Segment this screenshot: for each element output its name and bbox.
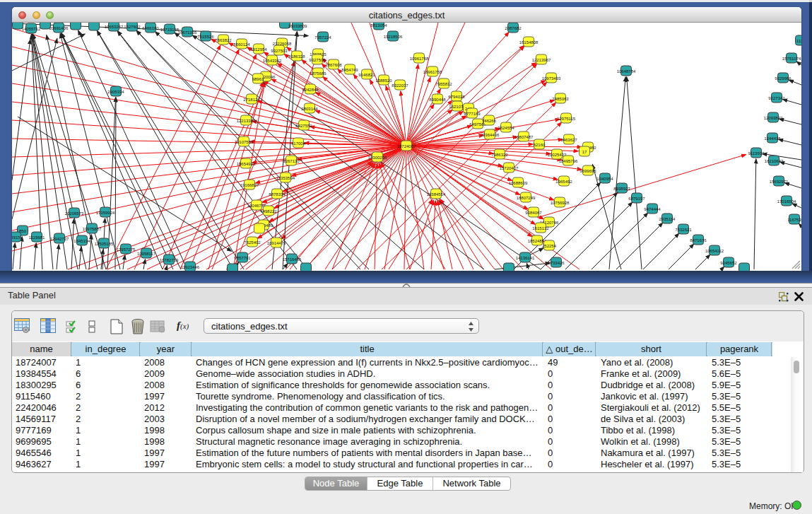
svg-text:1244415: 1244415: [764, 136, 781, 141]
svg-text:19654923: 19654923: [237, 162, 256, 166]
svg-text:16033809: 16033809: [288, 24, 307, 28]
svg-text:8990448: 8990448: [429, 98, 446, 102]
svg-text:8427552: 8427552: [295, 124, 312, 128]
svg-text:10653267: 10653267: [105, 25, 124, 29]
svg-text:17016504: 17016504: [777, 199, 796, 204]
svg-text:1115681: 1115681: [29, 235, 45, 240]
svg-text:2935114: 2935114: [659, 217, 676, 221]
svg-text:8912954: 8912954: [250, 47, 267, 52]
svg-text:18495796: 18495796: [559, 159, 578, 163]
svg-text:14136141: 14136141: [516, 256, 535, 260]
svg-text:7955812: 7955812: [435, 82, 452, 86]
svg-text:16671355: 16671355: [178, 30, 197, 35]
svg-text:7986322: 7986322: [491, 153, 508, 157]
svg-text:2803144: 2803144: [301, 107, 318, 111]
svg-text:19166827: 19166827: [240, 183, 259, 187]
svg-text:8938923: 8938923: [613, 187, 630, 191]
svg-text:3267130: 3267130: [283, 159, 300, 163]
svg-text:8322037: 8322037: [392, 83, 408, 88]
svg-text:417004: 417004: [291, 141, 306, 146]
svg-text:62160: 62160: [534, 143, 546, 147]
svg-text:1645194: 1645194: [73, 239, 90, 243]
svg-text:7515526: 7515526: [197, 35, 214, 39]
svg-text:6794028: 6794028: [448, 95, 465, 99]
svg-text:2867608: 2867608: [325, 63, 342, 67]
svg-text:3875685: 3875685: [310, 71, 326, 76]
svg-text:746266: 746266: [482, 119, 497, 123]
svg-text:9329966: 9329966: [775, 76, 792, 81]
svg-text:9327503: 9327503: [271, 49, 288, 53]
svg-text:9245652: 9245652: [720, 261, 737, 265]
svg-text:7632621: 7632621: [675, 228, 692, 232]
svg-text:9146821: 9146821: [358, 73, 375, 77]
svg-text:9699695: 9699695: [579, 169, 596, 173]
svg-text:2718126: 2718126: [243, 98, 260, 102]
svg-text:10654112: 10654112: [705, 249, 724, 253]
svg-text:1733426: 1733426: [548, 261, 565, 265]
svg-text:11353594: 11353594: [276, 176, 295, 180]
svg-text:10961768: 10961768: [410, 57, 429, 61]
svg-text:1615132: 1615132: [532, 226, 549, 230]
svg-text:7485063: 7485063: [552, 97, 569, 101]
svg-text:20206573: 20206573: [65, 211, 84, 216]
svg-text:10107553: 10107553: [235, 140, 254, 144]
svg-text:252254: 252254: [542, 244, 557, 248]
svg-text:9327508: 9327508: [309, 58, 326, 62]
svg-text:17957275: 17957275: [117, 247, 136, 252]
svg-text:17359924: 17359924: [96, 211, 115, 215]
svg-text:9857791: 9857791: [234, 256, 251, 260]
svg-text:2087682: 2087682: [505, 26, 522, 30]
svg-text:12975115: 12975115: [557, 117, 576, 121]
svg-text:16210643: 16210643: [765, 159, 784, 163]
svg-text:3624554: 3624554: [498, 126, 514, 130]
svg-text:15751074: 15751074: [782, 57, 801, 61]
svg-text:12942737: 12942737: [50, 237, 69, 241]
svg-text:98961: 98961: [252, 77, 264, 81]
svg-text:10648784: 10648784: [617, 69, 636, 74]
svg-text:9474444: 9474444: [644, 207, 661, 211]
svg-text:20691406: 20691406: [49, 26, 69, 30]
svg-text:8660124: 8660124: [233, 42, 250, 47]
svg-text:4498222: 4498222: [260, 209, 277, 214]
svg-text:116753: 116753: [787, 218, 801, 222]
svg-text:8813054: 8813054: [370, 23, 387, 28]
svg-text:10756928: 10756928: [551, 201, 570, 205]
svg-text:12213967: 12213967: [532, 58, 551, 62]
svg-text:10688609: 10688609: [509, 181, 528, 185]
svg-text:10958117: 10958117: [137, 252, 156, 256]
svg-text:7357224: 7357224: [314, 35, 331, 40]
svg-text:14055712: 14055712: [22, 27, 41, 31]
svg-text:9084067: 9084067: [525, 211, 542, 215]
svg-text:20364436: 20364436: [481, 133, 500, 137]
svg-text:12093822: 12093822: [764, 116, 783, 120]
svg-text:16543362: 16543362: [263, 59, 282, 63]
svg-text:19975887: 19975887: [83, 227, 102, 231]
svg-text:19218506: 19218506: [384, 35, 403, 39]
svg-text:16961758: 16961758: [423, 70, 442, 74]
svg-text:6466160: 6466160: [142, 26, 159, 30]
svg-text:12213389: 12213389: [237, 119, 256, 123]
svg-text:16914479: 16914479: [267, 241, 286, 245]
svg-text:8186328: 8186328: [288, 54, 305, 59]
svg-text:9777169: 9777169: [464, 112, 481, 116]
svg-text:1640954: 1640954: [596, 177, 613, 181]
svg-text:9242848: 9242848: [302, 88, 319, 92]
svg-text:18807249: 18807249: [517, 196, 536, 200]
svg-text:10807487: 10807487: [514, 135, 534, 139]
svg-text:17: 17: [582, 150, 587, 154]
svg-text:15716485: 15716485: [283, 257, 302, 262]
svg-text:9227342: 9227342: [768, 96, 785, 100]
svg-text:18724007: 18724007: [397, 144, 416, 148]
svg-text:18300295: 18300295: [368, 156, 387, 160]
svg-text:19384554: 19384554: [427, 192, 446, 197]
svg-text:1112: 1112: [796, 39, 801, 43]
svg-text:11923446: 11923446: [181, 265, 200, 269]
svg-text:10719155: 10719155: [160, 28, 180, 32]
svg-text:1527602: 1527602: [124, 25, 141, 29]
svg-text:16782759: 16782759: [160, 258, 179, 262]
svg-text:9463627: 9463627: [560, 138, 577, 142]
svg-text:3915: 3915: [12, 235, 20, 240]
svg-text:10973493: 10973493: [542, 76, 561, 81]
svg-text:8454749: 8454749: [341, 68, 358, 72]
svg-text:15720407: 15720407: [500, 166, 519, 170]
